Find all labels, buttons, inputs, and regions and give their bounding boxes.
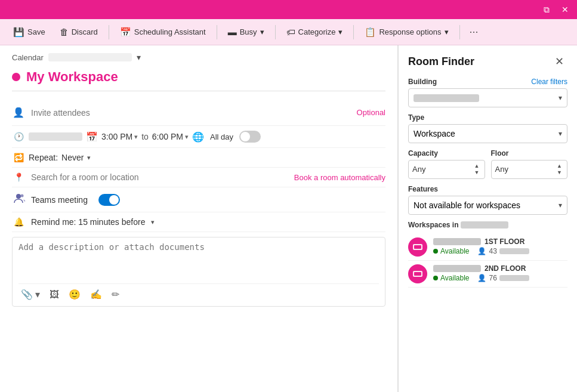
floor-up-button[interactable]: ▲ xyxy=(556,163,563,169)
busy-chevron-icon: ▾ xyxy=(260,27,264,36)
response-icon: 📋 xyxy=(365,27,376,38)
floor-label: Floor xyxy=(491,149,568,158)
remind-icon: 🔔 xyxy=(12,217,25,227)
clear-filters-button[interactable]: Clear filters xyxy=(531,78,567,86)
busy-button[interactable]: ▬ Busy ▾ xyxy=(222,24,270,40)
busy-icon: ▬ xyxy=(228,27,237,37)
floor-spinner[interactable]: Any ▲ ▼ xyxy=(491,160,568,179)
room-finder-panel: Room Finder ✕ Building Clear filters ▾ T… xyxy=(398,45,577,392)
draw-button[interactable]: ✍ xyxy=(88,288,104,301)
optional-label: Optional xyxy=(357,108,385,117)
left-panel: Calendar ▾ My Workspace 👤 Optional 🕐 📅 3… xyxy=(0,45,398,392)
features-value: Not available for workspaces xyxy=(414,200,520,210)
panel-title: Room Finder xyxy=(408,55,474,68)
features-label: Features xyxy=(408,185,438,193)
signature-button[interactable]: ✏ xyxy=(109,288,122,301)
teams-icon xyxy=(12,192,25,207)
toggle-knob xyxy=(240,132,250,141)
start-time-value: 3:00 PM xyxy=(101,132,132,141)
attendees-row: 👤 Optional xyxy=(12,100,385,126)
workspace-avatar-2 xyxy=(408,264,427,283)
workspaces-in-location-blur xyxy=(461,221,508,229)
categorize-button[interactable]: 🏷 Categorize ▾ xyxy=(280,24,349,40)
remind-value: 15 minutes before xyxy=(78,217,145,227)
workspace-available-2: Available xyxy=(440,274,469,282)
capacity-value: Any xyxy=(412,165,425,174)
main-layout: Calendar ▾ My Workspace 👤 Optional 🕐 📅 3… xyxy=(0,45,577,392)
toolbar-separator-2 xyxy=(217,25,217,39)
type-chevron-icon: ▾ xyxy=(559,129,562,138)
svg-point-1 xyxy=(16,194,21,199)
save-label: Save xyxy=(27,27,45,36)
discard-button[interactable]: 🗑 Discard xyxy=(54,24,104,40)
floor-down-button[interactable]: ▼ xyxy=(556,169,563,176)
date-blur xyxy=(29,132,82,141)
workspace-floor-2: 2ND FLOOR xyxy=(485,264,526,273)
location-input[interactable] xyxy=(31,172,288,182)
workspace-status-2: Available xyxy=(433,274,469,282)
more-options-button[interactable]: ··· xyxy=(466,23,482,41)
workspace-meta-blur-2 xyxy=(499,275,529,281)
capacity-down-button[interactable]: ▼ xyxy=(473,169,481,176)
building-label: Building xyxy=(408,78,437,86)
capacity-icon-2: 👤 xyxy=(477,274,486,282)
workspace-available-1: Available xyxy=(440,247,469,255)
repeat-label: Repeat: xyxy=(29,153,58,162)
toolbar-separator-4 xyxy=(353,25,354,39)
scheduling-assistant-button[interactable]: 📅 Scheduling Assistant xyxy=(114,24,212,41)
workspaces-in-header: Workspaces in xyxy=(408,221,567,229)
response-label: Response options xyxy=(379,27,441,36)
calendar-picker-icon[interactable]: 📅 xyxy=(86,131,98,143)
allday-label: All day xyxy=(210,132,233,141)
invite-attendees-input[interactable] xyxy=(31,108,357,118)
workspace-name-blur-1 xyxy=(433,238,481,245)
svg-rect-4 xyxy=(414,245,421,249)
workspace-meta-blur-1 xyxy=(499,248,529,254)
building-dropdown[interactable]: ▾ xyxy=(408,88,567,107)
teams-label: Teams meeting xyxy=(31,195,88,205)
workspace-meta-2: 👤 76 xyxy=(477,274,529,282)
workspace-item-2[interactable]: 2ND FLOOR Available 👤 76 xyxy=(408,261,567,288)
workspace-item-1[interactable]: 1ST FLOOR Available 👤 43 xyxy=(408,234,567,261)
start-time-chevron-icon: ▾ xyxy=(134,133,138,141)
capacity-floor-row: Capacity Any ▲ ▼ Floor Any ▲ ▼ xyxy=(408,149,567,179)
repeat-chevron-icon: ▾ xyxy=(87,154,91,162)
panel-header: Room Finder ✕ xyxy=(408,54,567,69)
floor-col: Floor Any ▲ ▼ xyxy=(491,149,568,179)
attach-button[interactable]: 📎 ▾ xyxy=(18,288,42,301)
attendees-icon: 👤 xyxy=(12,107,25,118)
scheduling-label: Scheduling Assistant xyxy=(134,27,206,36)
type-dropdown[interactable]: Workspace ▾ xyxy=(408,124,567,143)
teams-toggle[interactable] xyxy=(98,194,120,206)
title-bar: ⧉ ✕ xyxy=(0,0,577,19)
repeat-value-button[interactable]: Never xyxy=(61,153,84,162)
start-time-select[interactable]: 3:00 PM ▾ xyxy=(101,132,138,141)
description-toolbar: 📎 ▾ 🖼 🙂 ✍ ✏ xyxy=(18,283,379,301)
datetime-icon: 🕐 xyxy=(12,132,25,141)
description-input[interactable] xyxy=(18,242,379,278)
timezone-icon[interactable]: 🌐 xyxy=(192,131,204,143)
remind-text[interactable]: Remind me: 15 minutes before xyxy=(31,217,145,227)
scheduling-icon: 📅 xyxy=(120,27,131,38)
workspace-info-2: 2ND FLOOR Available 👤 76 xyxy=(433,264,567,282)
book-room-link[interactable]: Book a room automatically xyxy=(294,173,385,182)
close-panel-button[interactable]: ✕ xyxy=(551,54,567,69)
features-section-label: Features xyxy=(408,185,567,193)
event-title[interactable]: My Workspace xyxy=(26,69,118,85)
features-dropdown[interactable]: Not available for workspaces ▾ xyxy=(408,196,567,215)
emoji-button[interactable]: 🙂 xyxy=(66,288,83,301)
image-button[interactable]: 🖼 xyxy=(47,288,61,301)
response-options-button[interactable]: 📋 Response options ▾ xyxy=(359,24,454,41)
busy-label: Busy xyxy=(240,27,257,36)
save-button[interactable]: 💾 Save xyxy=(7,24,51,41)
workspace-meta-1: 👤 43 xyxy=(477,247,529,255)
svg-rect-6 xyxy=(414,272,421,276)
calendar-chevron-icon[interactable]: ▾ xyxy=(137,53,141,62)
restore-button[interactable]: ⧉ xyxy=(540,4,553,16)
datetime-row: 🕐 📅 3:00 PM ▾ to 6:00 PM ▾ 🌐 All day xyxy=(12,126,385,148)
allday-toggle[interactable] xyxy=(239,131,261,143)
capacity-spinner[interactable]: Any ▲ ▼ xyxy=(408,160,485,179)
close-button[interactable]: ✕ xyxy=(558,4,572,16)
end-time-select[interactable]: 6:00 PM ▾ xyxy=(152,132,189,141)
capacity-up-button[interactable]: ▲ xyxy=(473,163,481,169)
